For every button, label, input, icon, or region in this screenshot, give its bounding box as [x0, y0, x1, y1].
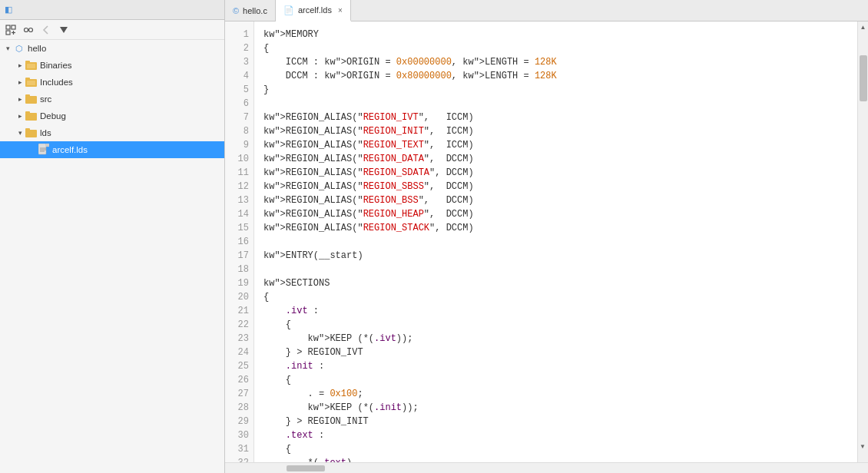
back-button[interactable] — [38, 22, 54, 38]
tree-arrow-lds[interactable]: ▾ — [15, 128, 25, 137]
line-number-26: 26 — [225, 373, 249, 387]
code-line-6 — [263, 97, 851, 111]
svg-rect-2 — [6, 31, 10, 35]
scroll-thumb[interactable] — [860, 55, 867, 101]
code-line-14: kw">REGION_ALIAS("REGION_HEAP", DCCM) — [263, 207, 851, 221]
code-line-30: .text : — [263, 428, 851, 442]
tree-label-includes: Includes — [40, 78, 73, 87]
code-line-20: { — [263, 290, 851, 304]
tree-item-binaries[interactable]: ▸Binaries — [0, 57, 224, 74]
line-number-31: 31 — [225, 442, 249, 456]
tree-label-hello: hello — [28, 44, 46, 53]
tree-item-debug[interactable]: ▸Debug — [0, 108, 224, 124]
vertical-scrollbar[interactable]: ▲ ▼ — [857, 22, 868, 462]
line-number-16: 16 — [225, 235, 249, 249]
svg-rect-0 — [6, 25, 10, 29]
svg-rect-19 — [25, 130, 37, 137]
line-number-27: 27 — [225, 387, 249, 401]
code-line-5: } — [263, 83, 851, 97]
file-lds-icon — [38, 144, 50, 156]
line-number-25: 25 — [225, 359, 249, 373]
line-number-29: 29 — [225, 415, 249, 428]
svg-rect-14 — [27, 81, 35, 85]
line-number-32: 32 — [225, 456, 249, 462]
tab-arcelf-lds[interactable]: 📄 arcelf.lds × — [276, 0, 351, 22]
code-line-1: kw">MEMORY — [263, 28, 851, 41]
svg-rect-11 — [27, 64, 35, 68]
code-line-4: DCCM : kw">ORIGIN = 0x80000000, kw">LENG… — [263, 69, 851, 83]
code-line-10: kw">REGION_ALIAS("REGION_DATA", DCCM) — [263, 152, 851, 166]
tree-label-debug: Debug — [40, 111, 66, 121]
line-number-6: 6 — [225, 97, 249, 111]
line-number-5: 5 — [225, 83, 249, 97]
code-line-9: kw">REGION_ALIAS("REGION_TEXT", ICCM) — [263, 138, 851, 152]
file-c-icon: © — [233, 6, 239, 15]
code-line-26: { — [263, 373, 851, 387]
tree-item-lds[interactable]: ▾lds — [0, 124, 224, 141]
tree-arrow-src[interactable]: ▸ — [15, 94, 25, 104]
editor-bottom-bar — [225, 462, 868, 473]
tree-arrow-hello[interactable]: ▾ — [3, 44, 12, 53]
svg-point-5 — [25, 28, 28, 31]
scroll-corner — [857, 463, 868, 473]
code-line-18 — [263, 263, 851, 276]
line-number-7: 7 — [225, 111, 249, 124]
line-number-24: 24 — [225, 346, 249, 359]
collapse-all-button[interactable] — [3, 22, 18, 38]
horizontal-scrollbar-container[interactable] — [225, 463, 857, 473]
panel-close-button[interactable] — [207, 4, 220, 16]
code-line-16 — [263, 235, 851, 249]
tree-arrow-includes[interactable]: ▸ — [15, 78, 25, 87]
line-number-8: 8 — [225, 124, 249, 138]
line-number-21: 21 — [225, 304, 249, 318]
project-icon: ◧ — [5, 5, 12, 15]
line-number-19: 19 — [225, 276, 249, 290]
line-number-23: 23 — [225, 332, 249, 346]
code-line-11: kw">REGION_ALIAS("REGION_SDATA", DCCM) — [263, 166, 851, 180]
code-line-27: . = 0x100; — [263, 387, 851, 401]
panel-header: ◧ — [0, 0, 224, 20]
code-editor: 1234567891011121314151617181920212223242… — [225, 22, 868, 462]
code-content[interactable]: kw">MEMORY{ ICCM : kw">ORIGIN = 0x000000… — [254, 22, 857, 462]
tab-bar: © hello.c 📄 arcelf.lds × — [225, 0, 868, 22]
tree-item-arcelf[interactable]: arcelf.lds — [0, 141, 224, 158]
code-line-8: kw">REGION_ALIAS("REGION_INIT", ICCM) — [263, 124, 851, 138]
tree-arrow-binaries[interactable]: ▸ — [15, 61, 25, 70]
horizontal-scroll-thumb[interactable] — [287, 465, 325, 471]
tree-item-hello[interactable]: ▾⬡hello — [0, 40, 224, 57]
line-number-11: 11 — [225, 166, 249, 180]
tab-arcelf-lds-label: arcelf.lds — [298, 5, 332, 15]
svg-rect-18 — [25, 111, 30, 114]
code-line-25: .init : — [263, 359, 851, 373]
code-line-23: kw">KEEP (*(.ivt)); — [263, 332, 851, 346]
line-number-14: 14 — [225, 207, 249, 221]
scroll-up-arrow[interactable]: ▲ — [858, 22, 869, 32]
panel-minimize-button[interactable] — [178, 4, 190, 16]
line-number-30: 30 — [225, 428, 249, 442]
code-line-28: kw">KEEP (*(.init)); — [263, 401, 851, 415]
tab-hello-c[interactable]: © hello.c — [225, 0, 276, 21]
tree-item-src[interactable]: ▸src — [0, 91, 224, 108]
tree-label-binaries: Binaries — [40, 61, 72, 70]
line-number-18: 18 — [225, 263, 249, 276]
link-editor-button[interactable] — [21, 22, 36, 38]
svg-point-6 — [29, 28, 33, 31]
folder-icon — [25, 93, 38, 105]
code-line-29: } > REGION_INIT — [263, 415, 851, 428]
horizontal-scroll-track[interactable] — [225, 463, 857, 473]
tree-item-includes[interactable]: ▸Includes — [0, 74, 224, 91]
view-menu-button[interactable] — [56, 22, 71, 38]
panel-maximize-button[interactable] — [193, 4, 205, 16]
explorer-toolbar — [0, 20, 224, 40]
file-lds-icon: 📄 — [283, 5, 294, 15]
panel-controls — [178, 4, 220, 16]
scroll-down-arrow[interactable]: ▼ — [857, 441, 868, 452]
folder-icon — [25, 127, 38, 139]
tab-arcelf-lds-close[interactable]: × — [338, 6, 343, 15]
code-line-17: kw">ENTRY(__start) — [263, 249, 851, 263]
line-number-13: 13 — [225, 194, 249, 207]
tree-arrow-debug[interactable]: ▸ — [15, 111, 25, 121]
code-line-2: { — [263, 41, 851, 55]
svg-rect-16 — [25, 94, 30, 97]
line-number-12: 12 — [225, 180, 249, 194]
